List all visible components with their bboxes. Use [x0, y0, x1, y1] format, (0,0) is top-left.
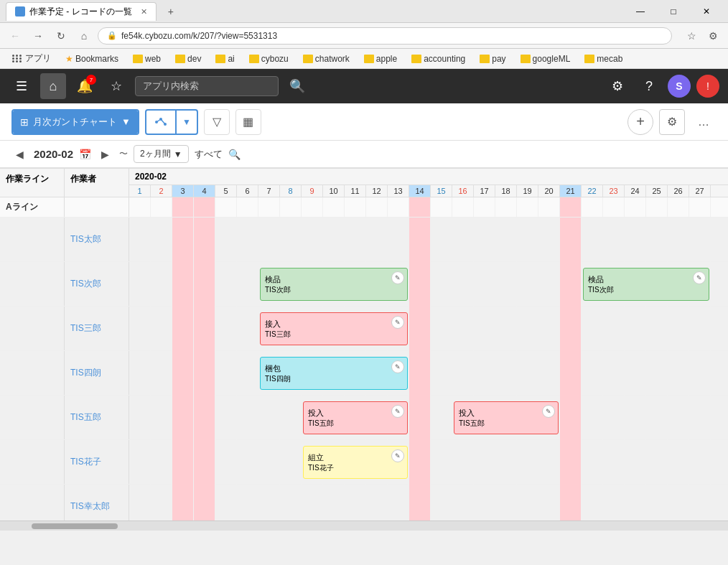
bookmark-dev[interactable]: dev: [169, 52, 207, 65]
home-button[interactable]: ⌂: [40, 73, 66, 99]
task-worker-label: TIS五郎: [459, 419, 554, 428]
row-cells: 組立TIS花子✎: [129, 440, 728, 485]
chart-button[interactable]: ▦: [235, 109, 261, 135]
favorites-button[interactable]: ☆: [103, 73, 129, 99]
view-selector[interactable]: ⊞ 月次ガントチャート ▼: [11, 109, 139, 135]
bookmark-googleml[interactable]: googleML: [515, 52, 577, 65]
task-edit-button[interactable]: ✎: [391, 405, 404, 418]
task-edit-button[interactable]: ✎: [391, 449, 404, 462]
row-worker[interactable]: TIS三郎: [65, 307, 129, 350]
gantt-task[interactable]: 接入TIS三郎✎: [260, 312, 408, 345]
gantt-row: TIS三郎接入TIS三郎✎: [0, 307, 728, 351]
gantt-task[interactable]: 検品TIS次郎✎: [260, 268, 408, 301]
new-tab-button[interactable]: +: [162, 3, 179, 20]
task-worker-label: TIS五郎: [308, 419, 403, 428]
dates-header: 2020-02 12345678910111213141516171819202…: [129, 169, 728, 197]
task-name-label: 組立: [308, 452, 403, 462]
bookmark-star-button[interactable]: ☆: [682, 27, 701, 45]
tab-close-button[interactable]: ✕: [141, 7, 147, 17]
task-edit-button[interactable]: ✎: [391, 316, 404, 329]
row-worker[interactable]: TIS次郎: [65, 262, 129, 306]
help-button[interactable]: ?: [636, 73, 662, 99]
day-header-1: 1: [129, 185, 151, 197]
row-worker[interactable]: TIS四朗: [65, 351, 129, 395]
graph-icon[interactable]: [146, 111, 175, 134]
more-options-button[interactable]: …: [691, 109, 717, 135]
bookmark-star-icon: ★: [65, 54, 73, 64]
bookmark-ai[interactable]: ai: [210, 52, 240, 65]
bookmark-accounting[interactable]: accounting: [406, 52, 471, 65]
bookmark-cybozu[interactable]: cybozu: [243, 52, 294, 65]
calendar-icon[interactable]: 📅: [79, 149, 91, 160]
gantt-task[interactable]: 検品TIS次郎✎: [583, 268, 709, 301]
address-bar: ← → ↻ ⌂ 🔒 fe54k.cybozu.com/k/207/?view=5…: [0, 23, 728, 49]
prev-date-button[interactable]: ◀: [11, 147, 28, 162]
menu-button[interactable]: ☰: [9, 73, 34, 99]
task-edit-button[interactable]: ✎: [542, 405, 555, 418]
range-label: 2ヶ月間: [140, 148, 171, 160]
task-edit-button[interactable]: ✎: [693, 271, 706, 284]
alert-button[interactable]: !: [696, 75, 719, 98]
bookmark-bookmarks-label: Bookmarks: [75, 54, 118, 64]
bookmark-mecab[interactable]: mecab: [579, 52, 628, 65]
bookmark-googleml-label: googleML: [533, 54, 571, 64]
app-settings-button[interactable]: ⚙: [605, 73, 630, 99]
task-worker-label: TIS次郎: [265, 285, 403, 294]
next-date-button[interactable]: ▶: [97, 147, 113, 162]
row-worker[interactable]: TIS花子: [65, 440, 129, 484]
bookmark-chatwork[interactable]: chatwork: [297, 52, 355, 65]
notification-button[interactable]: 🔔 7: [72, 73, 98, 99]
row-worker[interactable]: TIS五郎: [65, 396, 129, 439]
app-config-button[interactable]: ⚙: [659, 109, 685, 135]
app-navbar: ☰ ⌂ 🔔 7 ☆ アプリ内検索 🔍 ⚙ ? S !: [0, 69, 728, 103]
filter-button[interactable]: ▽: [204, 109, 230, 135]
bookmark-apps[interactable]: アプリ: [6, 51, 57, 66]
user-avatar[interactable]: S: [668, 75, 691, 98]
app-search-box[interactable]: アプリ内検索: [135, 76, 279, 96]
row-worker[interactable]: TIS太郎: [65, 218, 129, 261]
lock-icon: 🔒: [107, 31, 117, 40]
task-edit-button[interactable]: ✎: [391, 271, 404, 284]
scroll-thumb-h[interactable]: [32, 523, 118, 529]
folder-icon: [411, 55, 421, 63]
refresh-button[interactable]: ↻: [52, 27, 70, 45]
horizontal-scrollbar[interactable]: [0, 520, 728, 531]
gantt-task[interactable]: 投入TIS五郎✎: [303, 401, 408, 434]
bookmark-dev-label: dev: [187, 54, 201, 64]
forward-button[interactable]: →: [29, 27, 47, 45]
record-search-button[interactable]: 🔍: [228, 149, 241, 160]
graph-button[interactable]: ▼: [145, 109, 198, 135]
bookmark-cybozu-label: cybozu: [261, 54, 289, 64]
folder-icon: [249, 55, 259, 63]
bookmark-bookmarks[interactable]: ★ Bookmarks: [60, 52, 124, 65]
day-header-18: 18: [495, 185, 517, 197]
bookmark-pay[interactable]: pay: [474, 52, 511, 65]
gantt-task[interactable]: 梱包TIS四朗✎: [260, 357, 408, 390]
toolbar-right: + ⚙ …: [627, 109, 717, 135]
back-button[interactable]: ←: [6, 27, 24, 45]
current-date-label: 2020-02: [34, 148, 73, 160]
gantt-task[interactable]: 投入TIS五郎✎: [454, 401, 559, 434]
maximize-button[interactable]: □: [658, 1, 689, 22]
row-cells: 検品TIS次郎✎検品TIS次郎✎: [129, 262, 728, 307]
home-button[interactable]: ⌂: [75, 27, 93, 45]
date-range-select[interactable]: 2ヶ月間 ▼: [134, 145, 189, 163]
bookmark-apple[interactable]: apple: [358, 52, 403, 65]
view-label[interactable]: ⊞ 月次ガントチャート ▼: [13, 111, 138, 134]
row-worker[interactable]: TIS幸太郎: [65, 485, 129, 520]
task-name-label: 接入: [265, 319, 403, 329]
task-edit-button[interactable]: ✎: [391, 360, 404, 373]
gantt-task[interactable]: 組立TIS花子✎: [303, 446, 408, 479]
close-button[interactable]: ✕: [691, 1, 722, 22]
graph-chevron-icon[interactable]: ▼: [175, 111, 197, 134]
bookmark-web[interactable]: web: [127, 52, 167, 65]
row-line: [0, 262, 65, 306]
add-record-button[interactable]: +: [627, 109, 653, 135]
active-tab[interactable]: 作業予定 - レコードの一覧 ✕: [6, 2, 157, 21]
minimize-button[interactable]: —: [625, 1, 656, 22]
app-search-button[interactable]: 🔍: [284, 73, 310, 99]
browser-settings-button[interactable]: ⚙: [704, 27, 722, 45]
address-input[interactable]: 🔒 fe54k.cybozu.com/k/207/?view=5531313: [98, 27, 672, 45]
gantt-row: TIS四朗梱包TIS四朗✎: [0, 351, 728, 396]
folder-icon: [521, 55, 531, 63]
